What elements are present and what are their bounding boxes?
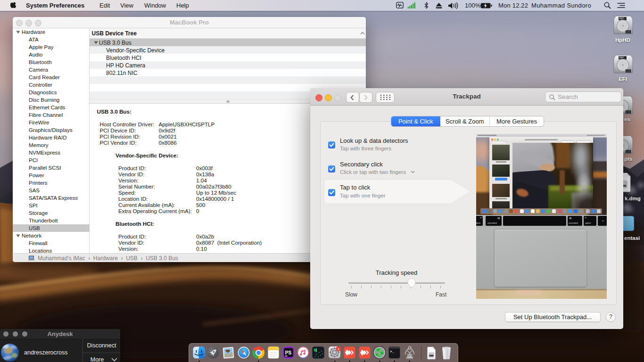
svg-text:>_: >_ — [390, 350, 395, 354]
svg-text:PS: PS — [285, 350, 292, 355]
svg-text:1: 1 — [338, 347, 340, 351]
svg-text:$▌: $▌ — [314, 348, 318, 353]
